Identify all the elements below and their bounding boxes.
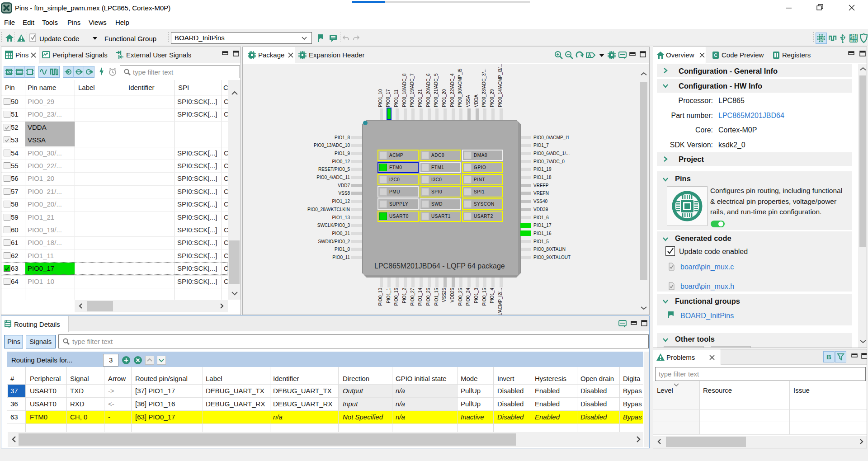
svg-text:0101: 0101 [850,40,857,43]
svg-text:C: C [714,53,717,58]
